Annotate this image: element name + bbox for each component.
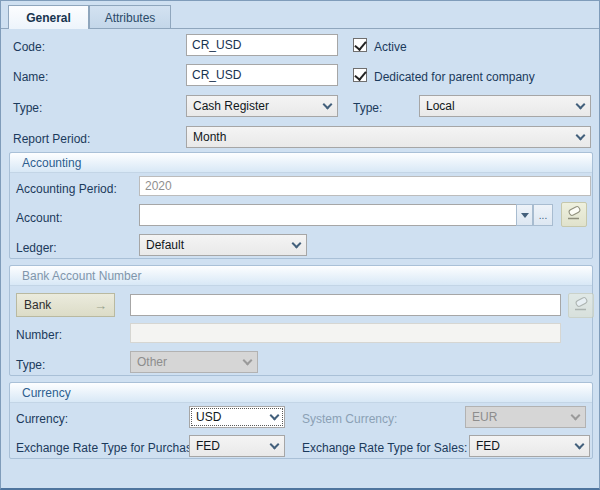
account-input[interactable]: [139, 204, 517, 226]
type-label: Type:: [13, 101, 42, 115]
bank-button[interactable]: Bank →: [16, 293, 115, 317]
chevron-down-icon: [569, 436, 589, 456]
bank-type-value: Other: [137, 355, 167, 369]
accounting-period-label: Accounting Period:: [16, 182, 117, 196]
sales-rate-value: FED: [476, 439, 500, 453]
purchase-rate-label: Exchange Rate Type for Purchase:: [16, 441, 202, 455]
accounting-period-input[interactable]: 2020: [139, 176, 591, 196]
sales-rate-select[interactable]: FED: [469, 435, 590, 457]
tab-general-label: General: [26, 11, 71, 25]
type-local-value: Local: [426, 99, 455, 113]
active-checkbox[interactable]: [353, 38, 367, 52]
report-period-select[interactable]: Month: [186, 126, 591, 148]
bank-type-label: Type:: [16, 358, 45, 372]
chevron-down-icon: [570, 96, 590, 116]
account-label: Account:: [16, 211, 63, 225]
report-period-value: Month: [193, 130, 226, 144]
bank-type-select: Other: [130, 351, 258, 373]
chevron-down-icon: [264, 436, 284, 456]
dedicated-checkbox-label: Dedicated for parent company: [374, 70, 535, 84]
account-clear-button[interactable]: [561, 202, 587, 227]
chevron-down-icon: [237, 352, 257, 372]
eraser-icon: [572, 296, 590, 315]
ellipsis-icon: ...: [539, 210, 547, 221]
chevron-down-icon: [317, 96, 337, 116]
tab-divider: [1, 28, 599, 29]
ledger-value: Default: [146, 238, 184, 252]
active-checkbox-label: Active: [374, 40, 407, 54]
name-label: Name:: [13, 70, 48, 84]
account-dropdown-button[interactable]: [516, 204, 533, 226]
type-value: Cash Register: [193, 99, 269, 113]
code-label: Code:: [13, 40, 45, 54]
accounting-section: Accounting Accounting Period: 2020 Accou…: [9, 152, 593, 259]
system-currency-select: EUR: [465, 406, 586, 428]
purchase-rate-value: FED: [196, 439, 220, 453]
system-currency-label: System Currency:: [302, 412, 397, 426]
chevron-down-icon: [570, 127, 590, 147]
tab-attributes[interactable]: Attributes: [89, 5, 171, 29]
eraser-icon: [565, 205, 583, 224]
code-value: CR_USD: [192, 38, 241, 52]
cash-register-form: General Attributes Code: CR_USD Active N…: [0, 0, 600, 490]
accounting-period-value: 2020: [145, 179, 172, 193]
chevron-down-icon: [264, 407, 284, 427]
accounting-section-title: Accounting: [22, 156, 81, 170]
tab-general[interactable]: General: [8, 5, 89, 29]
currency-select[interactable]: USD: [189, 406, 285, 428]
bank-section-header: Bank Account Number: [10, 266, 592, 286]
name-input[interactable]: CR_USD: [186, 64, 338, 86]
currency-label: Currency:: [16, 412, 68, 426]
dedicated-checkbox[interactable]: [353, 68, 367, 82]
type-local-select[interactable]: Local: [419, 95, 591, 117]
bank-section: Bank Account Number Bank → Number: Type:…: [9, 265, 593, 376]
number-label: Number:: [16, 328, 62, 342]
bank-section-title: Bank Account Number: [22, 269, 141, 283]
sales-rate-label: Exchange Rate Type for Sales:: [302, 441, 467, 455]
chevron-down-icon: [286, 235, 306, 255]
ledger-label: Ledger:: [16, 241, 57, 255]
account-browse-button[interactable]: ...: [533, 204, 553, 226]
currency-section-title: Currency: [22, 386, 71, 400]
chevron-down-icon: [565, 407, 585, 427]
currency-value: USD: [196, 410, 221, 424]
currency-section-header: Currency: [10, 383, 592, 403]
purchase-rate-select[interactable]: FED: [189, 435, 285, 457]
type-select[interactable]: Cash Register: [186, 95, 338, 117]
code-input[interactable]: CR_USD: [186, 34, 338, 56]
type-local-label: Type:: [353, 101, 382, 115]
ledger-select[interactable]: Default: [139, 234, 307, 256]
dropdown-arrow-icon: [521, 213, 529, 218]
tab-attributes-label: Attributes: [105, 11, 156, 25]
system-currency-value: EUR: [472, 410, 497, 424]
accounting-section-header: Accounting: [10, 153, 592, 173]
report-period-label: Report Period:: [13, 132, 90, 146]
currency-section: Currency Currency: USD System Currency: …: [9, 382, 593, 459]
name-value: CR_USD: [192, 68, 241, 82]
bank-input[interactable]: [130, 294, 561, 316]
number-input: [130, 323, 561, 343]
bank-button-label: Bank: [24, 298, 51, 312]
bank-clear-button: [568, 293, 594, 318]
arrow-right-icon: →: [94, 298, 107, 313]
